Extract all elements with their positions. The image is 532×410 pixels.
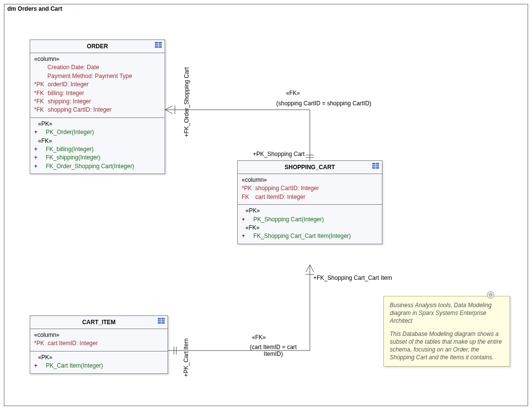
table-icon xyxy=(158,318,165,324)
svg-line-5 xyxy=(306,265,310,272)
table-icon xyxy=(372,163,379,169)
svg-point-23 xyxy=(489,293,492,296)
diagram-title: dm Orders and Cart xyxy=(7,5,62,12)
label-fk-condition-1: (shopping CartID = shopping CartID) xyxy=(276,100,371,107)
label-fk-condition-2: (cart ItemID = cart ItemID) xyxy=(244,344,303,357)
entity-cart-item[interactable]: CART_ITEM «column» *PKcart ItemID: Integ… xyxy=(30,315,168,374)
entity-order-ops: «PK» +PK_Order(Integer) «FK» +FK_billing… xyxy=(30,118,165,174)
note-line-1: Business Analysis tools, Data Modeling d… xyxy=(390,301,504,325)
entity-cart-ops: «PK» +PK_Shopping Cart(Integer) «FK» +FK… xyxy=(238,205,382,244)
entity-item-ops: «PK» +PK_Cart Item(Integer) xyxy=(30,351,168,373)
pin-icon xyxy=(485,291,496,303)
entity-order-header: ORDER xyxy=(30,40,165,53)
label-fk-cart-item-role: +FK_Shopping Cart_Cart Item xyxy=(313,274,392,281)
label-fk-stereo-2: «FK» xyxy=(252,334,266,341)
entity-cart-header: SHOPPING_CART xyxy=(238,161,382,174)
label-pk-cart-item-role: +PK_Cart Item xyxy=(183,338,190,377)
table-icon xyxy=(155,42,162,48)
diagram-title-tab: dm Orders and Cart xyxy=(4,4,73,13)
diagram-frame: dm Orders and Cart ORDER «column» xyxy=(4,4,528,406)
entity-item-header: CART_ITEM xyxy=(30,316,168,329)
note[interactable]: Business Analysis tools, Data Modeling d… xyxy=(383,296,510,367)
svg-line-0 xyxy=(165,106,172,110)
label-fk-order-shopping-cart-role: +FK_Order_Shopping Cart xyxy=(183,67,190,137)
entity-cart-columns: «column» *PKshopping CartID: Integer FKc… xyxy=(238,174,382,205)
entity-item-columns: «column» *PKcart ItemID: Integer xyxy=(30,329,168,351)
label-pk-shopping-cart-role: +PK_Shopping Cart xyxy=(253,151,304,157)
entity-item-name: CART_ITEM xyxy=(82,319,116,326)
entity-cart-name: SHOPPING_CART xyxy=(285,164,335,171)
svg-line-6 xyxy=(310,265,314,272)
entity-order-columns: «column» Creation Date: Date Payment Met… xyxy=(30,53,165,118)
entity-order-name: ORDER xyxy=(87,43,108,50)
entity-shopping-cart[interactable]: SHOPPING_CART «column» *PKshopping CartI… xyxy=(237,160,382,244)
svg-line-1 xyxy=(165,110,172,114)
label-fk-stereo-1: «FK» xyxy=(286,90,300,97)
entity-order[interactable]: ORDER «column» Creation Date: Date Payme… xyxy=(30,39,165,174)
note-line-2: This Database Modeling diagram shows a s… xyxy=(390,330,504,362)
